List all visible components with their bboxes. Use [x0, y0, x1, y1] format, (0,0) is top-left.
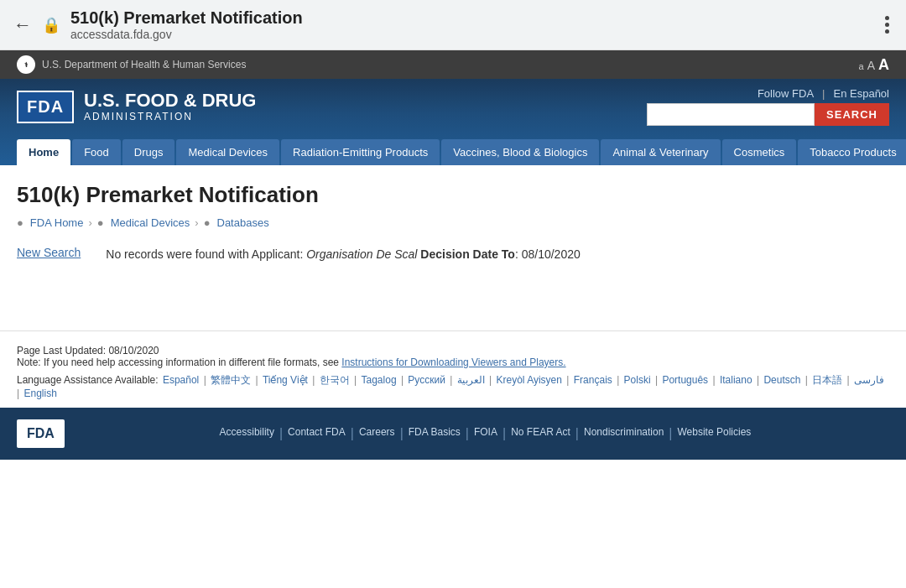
- language-link-Deutsch[interactable]: Deutsch: [763, 374, 800, 386]
- address-bar: 510(k) Premarket Notification accessdata…: [70, 8, 872, 41]
- back-button[interactable]: ←: [13, 14, 32, 36]
- footer-sep: |: [400, 426, 404, 441]
- footer-link-fda-basics[interactable]: FDA Basics: [409, 426, 461, 441]
- fda-agency-line1: U.S. FOOD & DRUG: [84, 91, 256, 111]
- breadcrumb-separator: ›: [88, 216, 91, 229]
- fda-header-top: FDA U.S. FOOD & DRUG ADMINISTRATION Foll…: [17, 87, 889, 133]
- english-link[interactable]: English: [23, 388, 56, 399]
- language-link-Português[interactable]: Português: [662, 374, 708, 386]
- lang-separator: |: [253, 374, 261, 386]
- results-colon: :: [299, 247, 306, 261]
- breadcrumb-item[interactable]: Medical Devices: [111, 216, 190, 229]
- language-link-Tiếng Việt[interactable]: Tiếng Việt: [263, 374, 308, 386]
- language-link-Polski[interactable]: Polski: [624, 374, 651, 386]
- footer-links: Accessibility | Contact FDA | Careers | …: [81, 426, 889, 441]
- browser-url: accessdata.fda.gov: [70, 28, 872, 41]
- fda-search-area: SEARCH: [647, 103, 889, 126]
- fda-agency-text: U.S. FOOD & DRUG ADMINISTRATION: [84, 91, 256, 122]
- fda-header-links: Follow FDA | En Español: [758, 87, 889, 100]
- results-field-value: Organisation De Scal: [306, 247, 417, 261]
- language-link-فارسی[interactable]: فارسی: [854, 374, 884, 386]
- follow-fda-link[interactable]: Follow FDA: [758, 87, 814, 100]
- menu-dot: [885, 29, 889, 34]
- results-prefix: No records were found with: [106, 247, 252, 261]
- language-link-Italiano[interactable]: Italiano: [720, 374, 752, 386]
- language-links: Español | 繁體中文 | Tiếng Việt | 한국어 | Taga…: [161, 374, 886, 386]
- footer-sep: |: [351, 426, 354, 441]
- menu-dot: [885, 23, 889, 27]
- footer-link-foia[interactable]: FOIA: [474, 426, 497, 441]
- breadcrumb: ● FDA Home›● Medical Devices›● Databases: [17, 216, 889, 229]
- header-link-sep: |: [822, 87, 825, 100]
- footer-link-contact-fda[interactable]: Contact FDA: [288, 426, 346, 441]
- fda-logo[interactable]: FDA: [17, 91, 74, 123]
- language-link-繁體中文[interactable]: 繁體中文: [211, 374, 251, 386]
- nav-item-food[interactable]: Food: [72, 139, 121, 165]
- fda-search-input[interactable]: [647, 103, 815, 126]
- text-size-large[interactable]: A: [878, 56, 889, 74]
- nav-item-vaccines--blood---biologics[interactable]: Vaccines, Blood & Biologics: [441, 139, 599, 165]
- nav-item-drugs[interactable]: Drugs: [122, 139, 175, 165]
- menu-dot: [885, 16, 889, 20]
- lang-separator: |: [200, 374, 209, 386]
- fda-agency-line2: ADMINISTRATION: [84, 111, 256, 122]
- browser-menu-button[interactable]: [882, 13, 893, 37]
- footer-info: Page Last Updated: 08/10/2020 Note: If y…: [0, 330, 906, 399]
- footer-link-careers[interactable]: Careers: [359, 426, 395, 441]
- results-message: No records were found with Applicant: Or…: [106, 246, 581, 263]
- language-assistance-label: Language Assistance Available:: [17, 374, 159, 386]
- fda-navigation: HomeFoodDrugsMedical DevicesRadiation-Em…: [17, 139, 889, 165]
- fda-search-button[interactable]: SEARCH: [815, 103, 889, 126]
- lang-sep-extra: |: [17, 388, 22, 399]
- lang-separator: |: [754, 374, 763, 386]
- fda-header: FDA U.S. FOOD & DRUG ADMINISTRATION Foll…: [0, 79, 906, 165]
- nav-item-cosmetics[interactable]: Cosmetics: [722, 139, 797, 165]
- footer-link-nondiscrimination[interactable]: Nondiscrimination: [584, 426, 664, 441]
- note-link[interactable]: Instructions for Downloading Viewers and…: [341, 356, 565, 368]
- results-field-label: Decision Date To: [420, 247, 515, 261]
- nav-item-animal---veterinary[interactable]: Animal & Veterinary: [601, 139, 720, 165]
- language-link-Français[interactable]: Français: [574, 374, 612, 386]
- page-last-updated: Page Last Updated: 08/10/2020: [17, 345, 889, 356]
- footer-link-no-fear-act[interactable]: No FEAR Act: [511, 426, 570, 441]
- browser-chrome: ← 🔒 510(k) Premarket Notification access…: [0, 0, 906, 50]
- hhs-agency-name: U.S. Department of Health & Human Servic…: [42, 59, 246, 70]
- nav-item-home[interactable]: Home: [17, 139, 70, 165]
- footer-link-website-policies[interactable]: Website Policies: [678, 426, 752, 441]
- footer-link-accessibility[interactable]: Accessibility: [220, 426, 274, 441]
- results-label-sep: :: [515, 247, 522, 261]
- en-espanol-link[interactable]: En Español: [834, 87, 890, 100]
- language-link-한국어[interactable]: 한국어: [320, 374, 350, 386]
- language-link-Kreyòl Ayisyen[interactable]: Kreyòl Ayisyen: [496, 374, 562, 386]
- fda-logo-area: FDA U.S. FOOD & DRUG ADMINISTRATION: [17, 91, 256, 123]
- text-size-medium[interactable]: A: [867, 59, 875, 72]
- breadcrumb-separator: ›: [195, 216, 198, 229]
- nav-item-radiation-emitting-products[interactable]: Radiation-Emitting Products: [281, 139, 440, 165]
- lang-separator: |: [653, 374, 661, 386]
- nav-item-tobacco-products[interactable]: Tobacco Products: [798, 139, 906, 165]
- hhs-bar: ⚕ U.S. Department of Health & Human Serv…: [0, 50, 906, 79]
- breadcrumb-item[interactable]: FDA Home: [30, 216, 84, 229]
- language-bar: Language Assistance Available: Español |…: [17, 373, 889, 399]
- text-size-small[interactable]: a: [859, 61, 864, 71]
- language-link-日本語[interactable]: 日本語: [812, 374, 842, 386]
- language-link-Русский[interactable]: Русский: [408, 374, 445, 386]
- nav-item-medical-devices[interactable]: Medical Devices: [176, 139, 279, 165]
- language-link-Español[interactable]: Español: [163, 374, 199, 386]
- language-link-Tagalog[interactable]: Tagalog: [362, 374, 397, 386]
- fda-footer-logo: FDA: [17, 419, 65, 448]
- breadcrumb-dot: ●: [204, 216, 211, 229]
- lang-separator: |: [447, 374, 456, 386]
- lang-separator: |: [614, 374, 622, 386]
- breadcrumb-dot: ●: [17, 216, 23, 229]
- lang-separator: |: [487, 374, 495, 386]
- hhs-logo: ⚕: [17, 55, 35, 74]
- breadcrumb-item[interactable]: Databases: [217, 216, 269, 229]
- footer-note: Note: If you need help accessing informa…: [17, 356, 889, 368]
- lang-separator: |: [564, 374, 572, 386]
- footer-sep: |: [502, 426, 506, 441]
- language-link-العربية[interactable]: العربية: [457, 374, 485, 386]
- new-search-link[interactable]: New Search: [17, 246, 81, 259]
- note-text: Note: If you need help accessing informa…: [17, 356, 341, 368]
- footer-sep: |: [669, 426, 672, 441]
